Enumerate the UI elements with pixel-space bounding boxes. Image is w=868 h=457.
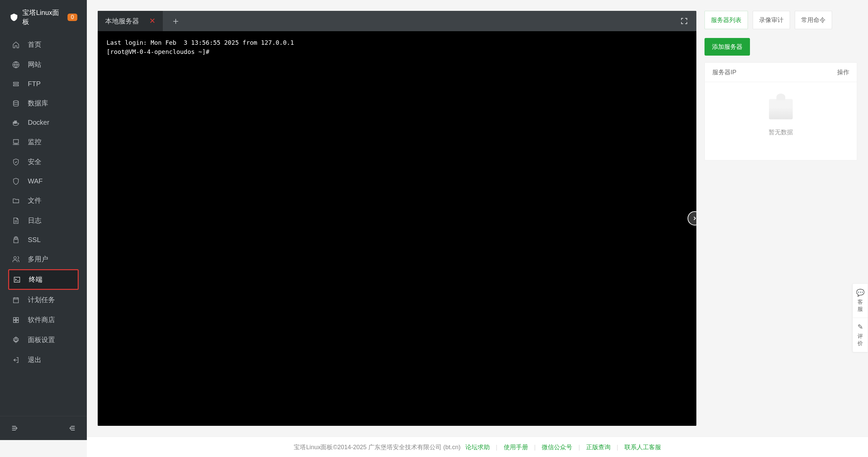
col-action: 操作 [837,68,849,76]
sidebar-nav: 首页网站FTP数据库Docker监控安全WAF文件日志SSL多用户终端计划任务软… [0,35,87,416]
folder-icon [12,197,20,204]
sidebar-item-ssl[interactable]: SSL [0,231,87,249]
sidebar-item-label: 监控 [28,137,41,146]
home-icon [12,41,20,48]
log-icon [12,217,20,224]
apps-icon [12,316,20,324]
sidebar-item-label: 面板设置 [28,335,55,344]
sidebar-item-label: 安全 [28,157,41,166]
ssl-icon [12,236,20,244]
sidebar-item-globe[interactable]: 网站 [0,55,87,75]
add-server-button[interactable]: 添加服务器 [705,38,750,56]
notification-badge[interactable]: 0 [67,14,77,21]
sidebar-item-label: 首页 [28,40,41,49]
fullscreen-icon [680,17,688,25]
col-ip: 服务器IP [712,68,736,76]
terminal-tab-bar: 本地服务器 ✕ ＋ [98,11,696,31]
sidebar-item-label: 退出 [28,355,41,364]
sidebar-item-folder[interactable]: 文件 [0,191,87,211]
sidebar-item-log[interactable]: 日志 [0,211,87,231]
sidebar-item-docker[interactable]: Docker [0,113,87,132]
chat-icon: 💬 [856,289,864,297]
globe-icon [12,61,20,68]
terminal-panel: 本地服务器 ✕ ＋ Last login: Mon Feb 3 13:56:55… [98,11,696,426]
app-title: 宝塔Linux面板 [22,8,63,26]
sidebar-item-waf[interactable]: WAF [0,172,87,191]
side-panel: 服务器列表录像审计常用命令 添加服务器 服务器IP 操作 暂无数据 [705,11,857,426]
sidebar: 宝塔Linux面板 0 首页网站FTP数据库Docker监控安全WAF文件日志S… [0,0,87,440]
sidebar-header: 宝塔Linux面板 0 [0,0,87,35]
sidebar-item-label: 终端 [29,275,42,284]
sidebar-footer [0,416,87,440]
feedback-button[interactable]: ✎ 评价 [853,318,868,352]
close-icon[interactable]: ✕ [149,17,155,25]
sidebar-item-gear[interactable]: 面板设置 [0,330,87,350]
fullscreen-button[interactable] [672,17,696,25]
empty-state-text: 暂无数据 [705,128,857,136]
users-icon [12,256,20,263]
terminal-icon [13,276,21,283]
sidebar-item-terminal[interactable]: 终端 [8,269,79,290]
terminal-tab-label: 本地服务器 [105,17,139,26]
server-table: 服务器IP 操作 暂无数据 [705,62,857,160]
sidebar-item-label: Docker [28,119,49,126]
waf-icon [12,178,20,185]
sidebar-item-label: 网站 [28,60,41,69]
chevron-right-icon [692,215,696,221]
sidebar-item-database[interactable]: 数据库 [0,93,87,113]
sidebar-item-users[interactable]: 多用户 [0,249,87,269]
server-table-body: 暂无数据 [705,82,857,160]
sidebar-item-label: 日志 [28,216,41,225]
server-table-head: 服务器IP 操作 [705,63,857,82]
sidebar-item-label: 多用户 [28,255,48,264]
collapse-left-icon[interactable] [11,424,18,432]
gear-icon [12,336,20,344]
sidebar-item-label: 文件 [28,196,41,205]
footer-link-3[interactable]: 正版查询 [586,444,611,451]
panel-tab-1[interactable]: 录像审计 [753,11,790,29]
exit-icon [12,356,20,364]
calendar-icon [12,296,20,304]
sidebar-item-exit[interactable]: 退出 [0,350,87,370]
sidebar-item-label: FTP [28,80,41,88]
sidebar-item-shield[interactable]: 安全 [0,152,87,172]
footer-link-4[interactable]: 联系人工客服 [624,444,661,451]
sidebar-item-label: WAF [28,177,43,185]
ftp-icon [12,80,20,88]
footer-link-1[interactable]: 使用手册 [504,444,528,451]
add-tab-button[interactable]: ＋ [163,15,189,27]
panel-tabs: 服务器列表录像审计常用命令 [705,11,857,29]
footer-link-0[interactable]: 论坛求助 [465,444,490,451]
terminal-tab-local[interactable]: 本地服务器 ✕ [98,11,163,31]
sidebar-item-calendar[interactable]: 计划任务 [0,290,87,310]
shield-icon [12,158,20,166]
sidebar-item-apps[interactable]: 软件商店 [0,310,87,330]
terminal-output[interactable]: Last login: Mon Feb 3 13:56:55 2025 from… [98,31,696,426]
footer-link-2[interactable]: 微信公众号 [542,444,572,451]
sidebar-item-ftp[interactable]: FTP [0,75,87,93]
sidebar-item-label: 软件商店 [28,315,55,324]
sidebar-item-home[interactable]: 首页 [0,35,87,55]
sidebar-item-label: 计划任务 [28,295,55,304]
float-actions: 💬 客服 ✎ 评价 [852,283,868,352]
panel-tab-2[interactable]: 常用命令 [795,11,832,29]
sidebar-item-label: 数据库 [28,99,48,108]
footer: 宝塔Linux面板©2014-2025 广东堡塔安全技术有限公司 (bt.cn)… [87,437,868,457]
logo-icon [9,13,18,22]
collapse-right-icon[interactable] [69,424,76,432]
main-content: 本地服务器 ✕ ＋ Last login: Mon Feb 3 13:56:55… [87,0,868,437]
edit-icon: ✎ [856,323,864,331]
docker-icon [12,119,20,126]
customer-service-button[interactable]: 💬 客服 [853,284,868,318]
footer-copyright: 宝塔Linux面板©2014-2025 广东堡塔安全技术有限公司 (bt.cn) [294,443,460,451]
sidebar-item-monitor[interactable]: 监控 [0,132,87,152]
panel-tab-0[interactable]: 服务器列表 [705,11,748,29]
database-icon [12,100,20,107]
monitor-icon [12,138,20,146]
sidebar-item-label: SSL [28,236,41,244]
empty-state-icon [769,99,793,119]
